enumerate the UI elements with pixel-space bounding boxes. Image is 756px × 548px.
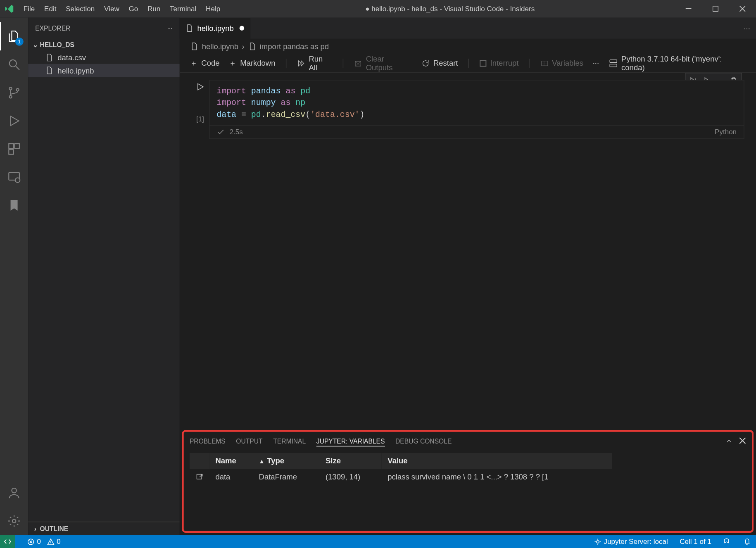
col-type[interactable]: ▲Type bbox=[253, 453, 319, 469]
run-cell-button[interactable] bbox=[195, 82, 205, 92]
clear-outputs-button[interactable]: Clear Outputs bbox=[354, 54, 412, 72]
code-token: . bbox=[261, 110, 266, 119]
remote-explorer-icon bbox=[7, 170, 21, 184]
panel-tab-debug-console[interactable]: DEBUG CONSOLE bbox=[395, 437, 452, 446]
svg-point-20 bbox=[596, 540, 599, 543]
activity-source-control[interactable] bbox=[0, 78, 28, 107]
restart-button[interactable]: Restart bbox=[421, 59, 458, 67]
dirty-indicator-icon bbox=[240, 26, 244, 31]
menu-view[interactable]: View bbox=[100, 0, 124, 18]
svg-point-2 bbox=[10, 60, 17, 67]
activity-explorer[interactable]: 1 bbox=[0, 22, 28, 50]
run-all-button[interactable]: Run All bbox=[297, 54, 333, 72]
activity-run-debug[interactable] bbox=[0, 107, 28, 135]
activity-remote-explorer[interactable] bbox=[0, 163, 28, 191]
error-icon bbox=[27, 538, 34, 545]
activity-extensions[interactable] bbox=[0, 135, 28, 163]
panel-tab-problems[interactable]: PROBLEMS bbox=[190, 437, 226, 446]
warning-count: 0 bbox=[57, 537, 61, 546]
close-button[interactable] bbox=[729, 0, 756, 18]
vscode-logo-icon bbox=[5, 4, 14, 14]
code-token: np bbox=[295, 98, 305, 107]
file-row-data-csv[interactable]: data.csv bbox=[28, 51, 180, 64]
activity-bookmark[interactable] bbox=[0, 191, 28, 219]
breadcrumb-symbol: import pandas as pd bbox=[260, 42, 329, 51]
plus-icon: ＋ bbox=[190, 58, 197, 69]
jupyter-server-label: Jupyter Server: local bbox=[604, 537, 668, 546]
panel-tab-terminal[interactable]: TERMINAL bbox=[273, 437, 306, 446]
menu-help[interactable]: Help bbox=[201, 0, 225, 18]
notebook-view[interactable]: ··· [1] import pandas bbox=[180, 73, 756, 430]
var-value: pclass survived name \ 0 1 1 <...> ? 130… bbox=[382, 469, 612, 484]
code-token: data bbox=[216, 110, 236, 119]
outline-section[interactable]: › OUTLINE bbox=[28, 522, 180, 535]
status-jupyter-server[interactable]: Jupyter Server: local bbox=[592, 535, 670, 548]
breadcrumb[interactable]: hello.ipynb › import pandas as pd bbox=[180, 39, 756, 54]
window-title: ● hello.ipynb - hello_ds - Visual Studio… bbox=[225, 5, 675, 13]
sort-asc-icon: ▲ bbox=[259, 458, 265, 465]
svg-rect-8 bbox=[9, 149, 13, 154]
toolbar-more-icon[interactable]: ··· bbox=[593, 59, 599, 67]
interrupt-button[interactable]: Interrupt bbox=[480, 59, 518, 67]
editor-tab-hello[interactable]: hello.ipynb bbox=[180, 18, 251, 39]
code-editor[interactable]: import pandas as pd import numpy as np bbox=[209, 80, 744, 126]
panel-close-icon[interactable] bbox=[739, 437, 746, 445]
explorer-more-icon[interactable]: ··· bbox=[167, 24, 173, 31]
panel-tab-output[interactable]: OUTPUT bbox=[236, 437, 262, 446]
menu-run[interactable]: Run bbox=[143, 0, 165, 18]
svg-rect-17 bbox=[610, 64, 617, 67]
svg-point-10 bbox=[15, 178, 20, 183]
add-markdown-button[interactable]: ＋ Markdown bbox=[229, 58, 275, 69]
status-cell-position[interactable]: Cell 1 of 1 bbox=[678, 535, 714, 548]
variables-button[interactable]: Variables bbox=[540, 59, 583, 67]
file-row-hello-ipynb[interactable]: hello.ipynb bbox=[28, 64, 180, 77]
menu-file[interactable]: File bbox=[19, 0, 39, 18]
code-token: as bbox=[281, 98, 290, 107]
activity-search[interactable] bbox=[0, 50, 28, 78]
restart-icon bbox=[421, 59, 430, 67]
status-bell-icon[interactable] bbox=[741, 535, 754, 548]
variable-row[interactable]: data DataFrame (1309, 14) pclass survive… bbox=[190, 469, 612, 484]
plus-icon: ＋ bbox=[229, 58, 236, 69]
add-code-button[interactable]: ＋ Code bbox=[190, 58, 219, 69]
activity-accounts[interactable] bbox=[0, 479, 28, 507]
remote-indicator[interactable] bbox=[0, 535, 15, 548]
panel-maximize-icon[interactable] bbox=[725, 437, 733, 445]
editor-region: hello.ipynb ··· hello.ipynb › import pan… bbox=[180, 18, 756, 535]
code-token: read_csv bbox=[266, 110, 306, 119]
svg-rect-6 bbox=[9, 144, 13, 148]
open-in-data-viewer-icon[interactable] bbox=[190, 469, 209, 484]
status-problems[interactable]: 0 0 bbox=[25, 535, 63, 548]
maximize-button[interactable] bbox=[702, 0, 729, 18]
code-token: numpy bbox=[251, 98, 276, 107]
interrupt-label: Interrupt bbox=[490, 59, 519, 67]
col-size[interactable]: Size bbox=[320, 453, 382, 469]
kernel-selector[interactable]: Python 3.7.10 64-bit ('myenv': conda) bbox=[609, 54, 746, 72]
menu-selection[interactable]: Selection bbox=[61, 0, 100, 18]
editor-more-icon[interactable]: ··· bbox=[744, 24, 750, 33]
code-token: import bbox=[216, 98, 246, 107]
activity-settings[interactable] bbox=[0, 507, 28, 535]
breadcrumb-file: hello.ipynb bbox=[202, 42, 238, 51]
panel-tab-jupyter-variables[interactable]: JUPYTER: VARIABLES bbox=[316, 436, 385, 446]
notebook-cell[interactable]: [1] import pandas as pd import numpy bbox=[180, 78, 756, 139]
menu-go[interactable]: Go bbox=[124, 0, 143, 18]
folder-header[interactable]: ⌄ HELLO_DS bbox=[28, 38, 180, 51]
title-bar: File Edit Selection View Go Run Terminal… bbox=[0, 0, 756, 18]
notebook-toolbar: ＋ Code ＋ Markdown Run All Clear Outputs bbox=[180, 54, 756, 73]
status-feedback-icon[interactable] bbox=[721, 535, 734, 548]
col-value[interactable]: Value bbox=[382, 453, 612, 469]
clear-outputs-label: Clear Outputs bbox=[366, 54, 412, 72]
menu-terminal[interactable]: Terminal bbox=[165, 0, 201, 18]
cell-language[interactable]: Python bbox=[715, 128, 737, 136]
explorer-title: EXPLORER bbox=[35, 24, 70, 31]
col-name[interactable]: Name bbox=[209, 453, 253, 469]
file-icon bbox=[185, 24, 194, 32]
minimize-button[interactable] bbox=[675, 0, 702, 18]
execution-count: [1] bbox=[196, 115, 204, 123]
window-controls bbox=[675, 0, 756, 18]
warning-icon bbox=[47, 538, 54, 545]
menu-edit[interactable]: Edit bbox=[40, 0, 61, 18]
svg-rect-15 bbox=[541, 61, 547, 66]
code-token: pd bbox=[300, 86, 310, 96]
